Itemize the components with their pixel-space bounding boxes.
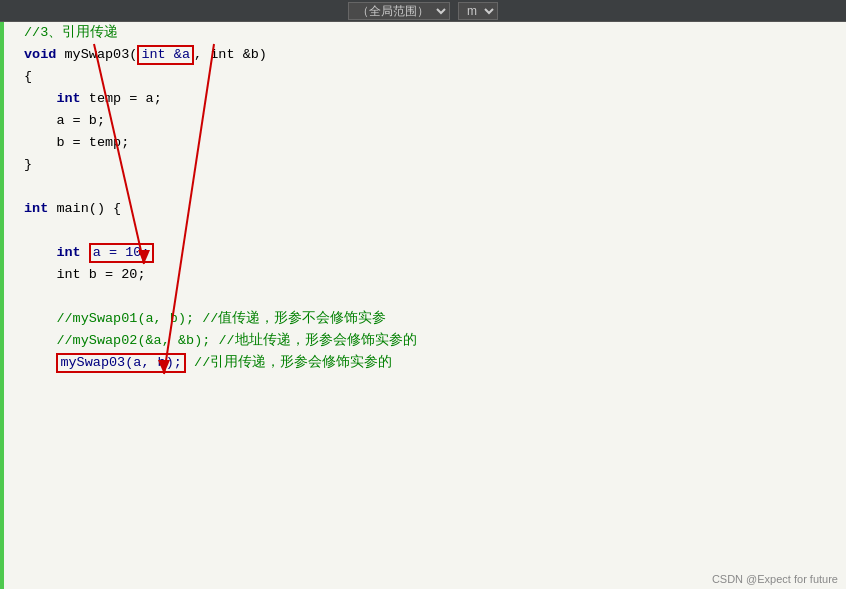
assign-btemp: b = temp; [24,132,129,154]
attribution-text: CSDN @Expect for future [712,573,838,585]
code-line-9: int main() { [24,198,838,220]
attribution: CSDN @Expect for future [712,573,838,585]
comment-swap01-zh: //值传递，形参不会修饰实参 [202,308,386,330]
code-line-10 [24,220,838,242]
code-line-2: void mySwap03( int &a , int &b) [24,44,838,66]
comment-swap02-zh: //地址传递，形参会修饰实参的 [218,330,416,352]
code-line-1: //3、引用传递 [24,22,838,44]
main-fn: main() { [48,198,121,220]
brace-open: { [24,66,32,88]
comment-text: //3、引用传递 [24,22,118,44]
scope-dropdown[interactable]: （全局范围） [348,2,450,20]
code-line-14: //mySwap01(a, b); //值传递，形参不会修饰实参 [24,308,838,330]
code-line-16: mySwap03(a, b); //引用传递，形参会修饰实参的 [24,352,838,374]
keyword-int-2: int [56,242,80,264]
code-line-13 [24,286,838,308]
code-line-15: //mySwap02(&a, &b); //地址传递，形参会修饰实参的 [24,330,838,352]
code-line-5: a = b; [24,110,838,132]
indent2 [24,242,56,264]
comment-swap02: //mySwap02(&a, &b); [24,330,218,352]
space-before-a [81,242,89,264]
code-line-8 [24,176,838,198]
highlight-myswap03-call: mySwap03(a, b); [56,353,186,373]
param-sep: , int &b) [194,44,267,66]
editor-wrapper: //3、引用传递 void mySwap03( int &a , int &b)… [4,22,846,589]
code-area[interactable]: //3、引用传递 void mySwap03( int &a , int &b)… [4,22,846,589]
code-line-3: { [24,66,838,88]
top-bar: （全局范围） m [0,0,846,22]
code-line-11: int a = 10; [24,242,838,264]
fn-name: mySwap03( [56,44,137,66]
code-line-12: int b = 20; [24,264,838,286]
keyword-int-1: int [56,88,80,110]
temp-assign: temp = a; [81,88,162,110]
code-line-6: b = temp; [24,132,838,154]
highlight-int-a: int &a [137,45,194,65]
editor-container: //3、引用传递 void mySwap03( int &a , int &b)… [0,22,846,589]
code-area-wrapper: //3、引用传递 void mySwap03( int &a , int &b)… [4,22,846,589]
brace-close-1: } [24,154,32,176]
highlight-a10: a = 10; [89,243,154,263]
symbol-dropdown[interactable]: m [458,2,498,20]
comment-swap03-zh: //引用传递，形参会修饰实参的 [186,352,392,374]
code-line-7: } [24,154,838,176]
keyword-void: void [24,44,56,66]
int-b-20: int b = 20; [24,264,146,286]
code-line-4: int temp = a; [24,88,838,110]
indent1 [24,88,56,110]
keyword-int-main: int [24,198,48,220]
assign-ab: a = b; [24,110,105,132]
indent3 [24,352,56,374]
comment-swap01: //mySwap01(a, b); [24,308,202,330]
